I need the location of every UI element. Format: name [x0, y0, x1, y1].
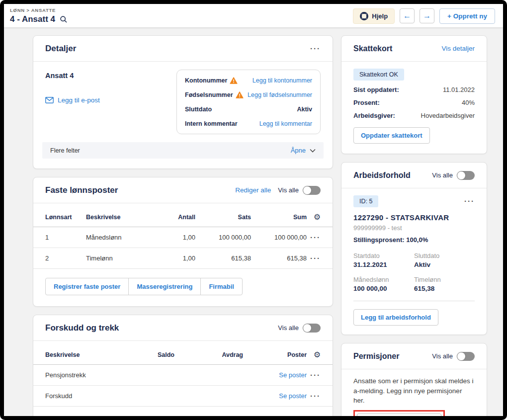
table-row: Forskudd Se poster ···	[33, 386, 333, 407]
employee-info-box: Kontonummer Legg til kontonummer Fødsels…	[176, 70, 321, 134]
arbeidsforhold-id-badge: ID: 5	[353, 195, 378, 207]
header-actions: Hjelp ← → + Opprett ny	[353, 8, 495, 24]
legg-til-arbeidsforhold-button[interactable]: Legg til arbeidsforhold	[353, 309, 438, 326]
startdato-cell: Startdato 31.12.2021	[353, 252, 414, 268]
title-block: LØNN > ANSATTE 4 - Ansatt 4	[10, 7, 68, 24]
rediger-alle-link[interactable]: Rediger alle	[235, 186, 271, 194]
stillingsprosent: Stillingsprosent: 100,0%	[353, 236, 475, 244]
arbeidsgiver-row: Arbeidsgiver: Hovedarbeidsgiver	[353, 112, 475, 119]
permisjoner-vis-alle-toggle[interactable]	[457, 352, 475, 361]
table-row: 2 Timelønn 1,00 615,38 615,38 ···	[33, 248, 333, 269]
annotation-highlight-box: Legg til ny permisjon	[353, 410, 445, 416]
forskudd-og-trekk-card: Forskudd og trekk Vis alle Beskrivelse S…	[33, 315, 333, 416]
breadcrumb[interactable]: LØNN > ANSATTE	[10, 7, 68, 13]
row-more-menu-icon[interactable]: ···	[307, 373, 321, 378]
employee-summary: Ansatt 4 Legg til e-post	[45, 70, 100, 134]
faste-lonnsposter-card: Faste lønnsposter Rediger alle Vis alle …	[33, 177, 333, 307]
life-buoy-icon	[360, 12, 368, 20]
permisjoner-title: Permisjoner	[353, 352, 399, 361]
apne-link[interactable]: Åpne	[291, 147, 306, 154]
oppdater-skattekort-button[interactable]: Oppdater skattekort	[353, 127, 430, 144]
main-content: Detaljer ··· Ansatt 4 Legg til e-post	[4, 27, 503, 416]
prosent-row: Prosent: 40%	[353, 99, 475, 106]
se-poster-link[interactable]: Se poster	[243, 371, 307, 379]
sist-oppdatert-row: Sist oppdatert: 11.01.2022	[353, 86, 475, 93]
table-row: 1 Månedslønn 1,00 100 000,00 100 000,00 …	[33, 227, 333, 248]
envelope-icon	[45, 97, 54, 103]
help-button[interactable]: Hjelp	[353, 8, 395, 24]
position-title: 1227290 - STATSARKIVAR	[353, 213, 475, 222]
detaljer-card: Detaljer ··· Ansatt 4 Legg til e-post	[33, 35, 333, 169]
arrow-left-icon: ←	[403, 11, 411, 20]
vis-detaljer-link[interactable]: Vis detaljer	[441, 45, 475, 52]
se-poster-link[interactable]: Se poster	[243, 392, 307, 400]
forskudd-table-header: Beskrivelse Saldo Avdrag Poster ⚙	[33, 341, 333, 365]
table-row: Pensjonstrekk Se poster ···	[33, 365, 333, 386]
faste-vis-alle-toggle[interactable]	[303, 186, 321, 195]
warning-icon	[230, 77, 238, 84]
right-column: Skattekort Vis detaljer Skattekort OK Si…	[341, 35, 487, 416]
kontonummer-row: Kontonummer Legg til kontonummer	[185, 73, 312, 87]
arrow-right-icon: →	[423, 11, 431, 20]
arbeidsforhold-more-menu-icon[interactable]: ···	[464, 199, 475, 204]
permisjoner-description: Ansatte som er i permisjon skal meldes i…	[353, 376, 475, 406]
skattekort-status-badge: Skattekort OK	[353, 69, 404, 81]
sluttdato-value: Aktiv	[297, 106, 312, 113]
search-icon[interactable]	[60, 15, 68, 23]
left-column: Detaljer ··· Ansatt 4 Legg til e-post	[33, 35, 333, 416]
arbeidsforhold-card: Arbeidsforhold Vis alle ID: 5 ··· 122729…	[341, 162, 487, 335]
permisjoner-card: Permisjoner Vis alle Ansatte som er i pe…	[341, 343, 487, 416]
add-kommentar-link[interactable]: Legg til kommentar	[259, 120, 312, 127]
faste-lonnsposter-title: Faste lønnsposter	[45, 185, 118, 195]
manedslonn-cell: Månedslønn 100 000,00	[353, 276, 414, 292]
flere-felter-expander[interactable]: Flere felter Åpne	[42, 142, 324, 159]
top-bar: LØNN > ANSATTE 4 - Ansatt 4	[4, 4, 503, 27]
add-email-link[interactable]: Legg til e-post	[45, 96, 100, 104]
faste-table-header: Lønnsart Beskrivelse Antall Sats Sum ⚙	[33, 203, 333, 227]
faste-settings-gear-icon[interactable]: ⚙	[307, 213, 321, 221]
warning-icon	[236, 91, 244, 98]
divider	[353, 301, 475, 301]
chevron-down-icon	[310, 149, 316, 153]
masseregistrering-button[interactable]: Masseregistrering	[128, 278, 201, 295]
detaljer-title: Detaljer	[45, 44, 76, 54]
skattekort-title: Skattekort	[353, 44, 392, 53]
screenshot-frame: LØNN > ANSATTE 4 - Ansatt 4	[0, 0, 507, 420]
fodselsnummer-row: Fødselsnummer Legg til fødselsnummer	[185, 87, 312, 102]
employee-name: Ansatt 4	[45, 72, 100, 80]
add-fodselsnummer-link[interactable]: Legg til fødselsnummer	[248, 91, 312, 98]
legg-til-ny-permisjon-button[interactable]: Legg til ny permisjon	[357, 414, 441, 416]
app-window: LØNN > ANSATTE 4 - Ansatt 4	[4, 4, 503, 416]
create-new-button[interactable]: + Opprett ny	[439, 8, 495, 24]
registrer-faste-poster-button[interactable]: Registrer faste poster	[45, 278, 129, 295]
faste-actions: Registrer faste poster Masseregistrering…	[45, 278, 321, 295]
add-kontonummer-link[interactable]: Legg til kontonummer	[253, 77, 312, 84]
skattekort-card: Skattekort Vis detaljer Skattekort OK Si…	[341, 35, 487, 154]
forskudd-settings-gear-icon[interactable]: ⚙	[307, 351, 321, 359]
sluttdato-cell: Sluttdato Aktiv	[414, 252, 475, 268]
row-more-menu-icon[interactable]: ···	[307, 394, 321, 399]
forskudd-title: Forskudd og trekk	[45, 323, 119, 333]
previous-employee-button[interactable]: ←	[400, 8, 415, 23]
next-employee-button[interactable]: →	[420, 8, 434, 23]
page-title: 4 - Ansatt 4	[10, 14, 55, 24]
org-subtitle: 999999999 - test	[353, 224, 475, 232]
row-more-menu-icon[interactable]: ···	[307, 235, 321, 240]
forskudd-vis-alle-toggle[interactable]	[303, 324, 321, 333]
sluttdato-row: Sluttdato Aktiv	[185, 102, 312, 116]
intern-kommentar-row: Intern kommentar Legg til kommentar	[185, 116, 312, 131]
arbeidsforhold-vis-alle-toggle[interactable]	[457, 171, 475, 180]
timelonn-cell: Timelønn 615,38	[414, 276, 475, 292]
detaljer-more-menu-icon[interactable]: ···	[310, 46, 321, 51]
firmabil-button[interactable]: Firmabil	[200, 278, 243, 295]
arbeidsforhold-title: Arbeidsforhold	[353, 171, 411, 180]
row-more-menu-icon[interactable]: ···	[307, 256, 321, 261]
